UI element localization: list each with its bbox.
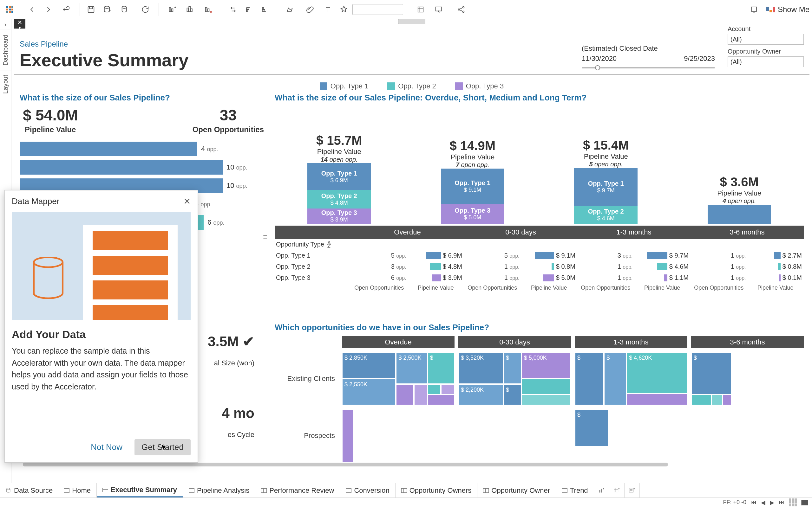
- resize-handle-top[interactable]: [398, 19, 425, 24]
- treemap[interactable]: Overdue 0-30 days 1-3 months 3-6 months …: [275, 336, 804, 462]
- svg-rect-22: [629, 488, 633, 492]
- new-data-button[interactable]: [100, 2, 114, 17]
- sort-icon[interactable]: AZ: [327, 241, 331, 248]
- new-story-tab[interactable]: [624, 483, 640, 498]
- data-mapper-modal: Data Mapper ✕ Add Your Data You can repl…: [4, 190, 198, 463]
- sheet-icon: [102, 488, 108, 492]
- legend-swatch-1: [320, 82, 327, 90]
- modal-illustration: [12, 212, 191, 320]
- separator: [222, 3, 222, 16]
- date-slider[interactable]: [582, 65, 715, 70]
- modal-title: Data Mapper: [12, 196, 59, 206]
- account-filter-select[interactable]: (All): [728, 34, 804, 45]
- sort-desc-button[interactable]: [258, 2, 272, 17]
- card-title: What is the size of our Sales Pipeline: …: [275, 93, 804, 103]
- thumbnails-view-icon[interactable]: [789, 498, 797, 506]
- floating-drag-handle[interactable]: ✕▾: [14, 19, 26, 29]
- tab-opportunity-owners[interactable]: Opportunity Owners: [396, 483, 478, 498]
- svg-rect-10: [208, 9, 209, 11]
- date-filter[interactable]: (Estimated) Closed Date 11/30/2020 9/25/…: [582, 44, 715, 70]
- tableau-logo[interactable]: [3, 2, 17, 17]
- breadcrumb[interactable]: Sales Pipeline: [20, 40, 189, 49]
- date-from: 11/30/2020: [582, 55, 617, 63]
- svg-rect-0: [88, 6, 94, 12]
- swap-button[interactable]: [226, 2, 241, 17]
- save-button[interactable]: [84, 2, 98, 17]
- card-pipeline-term: What is the size of our Sales Pipeline: …: [275, 93, 804, 315]
- undo-button[interactable]: [25, 2, 40, 17]
- toolbar: Show Me: [0, 0, 812, 19]
- fit-dropdown[interactable]: [411, 2, 430, 17]
- text-button[interactable]: [321, 2, 335, 17]
- new-worksheet-button[interactable]: [163, 2, 182, 17]
- close-icon[interactable]: ✕: [183, 196, 191, 207]
- svg-rect-1: [90, 6, 92, 9]
- sort-asc-button[interactable]: [242, 2, 256, 17]
- svg-point-15: [463, 11, 464, 12]
- side-tab-layout[interactable]: Layout: [0, 70, 11, 98]
- svg-rect-21: [614, 488, 618, 492]
- owner-filter-select[interactable]: (All): [728, 56, 804, 67]
- tab-conversion[interactable]: Conversion: [340, 483, 395, 498]
- page-first-icon[interactable]: ⏮: [751, 499, 757, 506]
- tab-executive-summary[interactable]: Executive Summary: [97, 483, 183, 498]
- tab-performance-review[interactable]: Performance Review: [255, 483, 340, 498]
- clear-sheet-button[interactable]: [199, 2, 218, 17]
- tab-opportunity-owner[interactable]: Opportunity Owner: [477, 483, 556, 498]
- highlight-button[interactable]: [280, 2, 299, 17]
- single-view-icon[interactable]: [801, 500, 808, 505]
- page-next-icon[interactable]: ▶: [770, 499, 774, 506]
- share-button[interactable]: [454, 2, 468, 17]
- data-source-tab[interactable]: Data Source: [0, 483, 58, 498]
- svg-rect-11: [418, 7, 423, 12]
- stacked-columns[interactable]: $ 15.7MPipeline Value14 open opp. Opp. T…: [275, 107, 804, 224]
- tab-pipeline-analysis[interactable]: Pipeline Analysis: [183, 483, 255, 498]
- data-connection-button[interactable]: [115, 2, 135, 17]
- sheet-tabs: Data Source Home Executive Summary Pipel…: [0, 483, 812, 498]
- tab-home[interactable]: Home: [58, 483, 97, 498]
- page-prev-icon[interactable]: ◀: [761, 499, 765, 506]
- separator: [407, 3, 407, 16]
- new-worksheet-tab[interactable]: [594, 483, 609, 498]
- sheet-icon: [189, 488, 194, 493]
- page-last-icon[interactable]: ⏭: [779, 499, 784, 506]
- svg-rect-8: [191, 9, 192, 11]
- redo-button[interactable]: [41, 2, 55, 17]
- card-title: What is the size of our Sales Pipeline?: [20, 93, 267, 103]
- kpi-pipeline-value: $ 54.0M: [23, 107, 78, 124]
- modal-body: You can replace the sample data in this …: [12, 345, 191, 393]
- not-now-button[interactable]: Not Now: [85, 439, 128, 455]
- bucket-header: Overdue 0-30 days 1-3 months 3-6 months: [275, 226, 804, 239]
- card-treemap: Which opportunities do we have in our Sa…: [275, 323, 804, 486]
- status-ff: FF: +0 -0: [723, 499, 746, 506]
- svg-rect-20: [601, 489, 602, 493]
- database-icon: [31, 257, 66, 301]
- side-tab-dashboard[interactable]: Dashboard: [0, 30, 11, 70]
- date-filter-label: (Estimated) Closed Date: [582, 44, 715, 53]
- sheet-icon: [401, 488, 407, 493]
- svg-point-3: [122, 6, 126, 8]
- expand-side-button[interactable]: ›: [0, 19, 11, 30]
- favorite-button[interactable]: [337, 2, 351, 17]
- attach-button[interactable]: [300, 2, 319, 17]
- opp-type-grid[interactable]: Opportunity TypeAZ Opp. Type 1 5 opp.$ 6…: [275, 239, 804, 283]
- page-title: Executive Summary: [20, 50, 189, 70]
- datasource-icon: [5, 487, 11, 494]
- show-me-button[interactable]: Show Me: [766, 5, 809, 14]
- separator: [450, 3, 450, 16]
- find-input[interactable]: [352, 4, 403, 15]
- sheet-icon: [261, 488, 267, 493]
- guide-button[interactable]: [747, 2, 761, 17]
- get-started-button[interactable]: Get Started: [135, 439, 191, 455]
- presentation-button[interactable]: [432, 2, 446, 17]
- svg-rect-9: [206, 7, 207, 12]
- new-dashboard-tab[interactable]: [609, 483, 624, 498]
- modal-heading: Add Your Data: [12, 328, 191, 341]
- hamburger-icon[interactable]: ≡: [263, 233, 267, 241]
- refresh-button[interactable]: [136, 2, 155, 17]
- tab-trend[interactable]: Trend: [556, 483, 594, 498]
- duplicate-sheet-button[interactable]: [183, 2, 198, 17]
- svg-rect-4: [169, 7, 171, 12]
- svg-rect-16: [751, 7, 757, 11]
- revert-button[interactable]: [57, 2, 76, 17]
